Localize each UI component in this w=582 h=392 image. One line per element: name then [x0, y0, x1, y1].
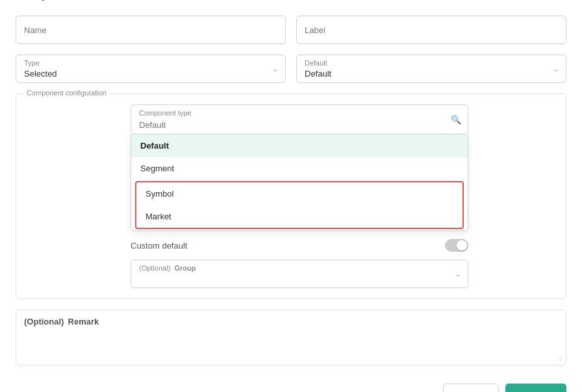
type-value: Selected — [24, 69, 57, 79]
remark-bold: Remark — [68, 317, 99, 326]
default-label: Default — [305, 59, 327, 67]
footer-buttons: Cancel Confirm — [16, 384, 566, 392]
type-label: Type — [24, 59, 40, 67]
group-optional-text: (Optional) — [139, 264, 170, 272]
component-config-section: Component configuration Component type 🔍… — [16, 93, 566, 299]
dropdown-item-market[interactable]: Market — [136, 205, 462, 228]
name-field-group — [16, 16, 286, 44]
remark-section: (Optional) Remark ↕ — [16, 310, 566, 365]
dropdown-item-segment[interactable]: Segment — [131, 157, 468, 180]
component-config-inner: Component type 🔍 Default Segment Symbol … — [27, 104, 555, 288]
component-type-input-wrap: Component type 🔍 — [131, 104, 468, 134]
label-field-group — [296, 16, 566, 44]
modal-title: New parameters — [16, 0, 101, 2]
type-chevron-icon: ⌄ — [272, 64, 279, 73]
remark-textarea[interactable] — [24, 329, 558, 360]
default-select-wrapper: Default Default ⌄ — [296, 55, 566, 83]
modal-overlay: New parameters × Type Selected ⌄ — [0, 0, 582, 392]
toggle-knob — [457, 240, 467, 251]
name-input[interactable] — [16, 16, 286, 44]
group-bold-text: Group — [174, 264, 196, 272]
dropdown-list: Default Segment Symbol Market — [131, 134, 468, 231]
component-type-dropdown[interactable]: Component type 🔍 Default Segment Symbol … — [131, 104, 468, 231]
cancel-button[interactable]: Cancel — [443, 384, 499, 392]
dropdown-highlighted-group: Symbol Market — [135, 181, 464, 229]
remark-optional: (Optional) — [24, 317, 64, 326]
type-default-row: Type Selected ⌄ Default Default ⌄ — [16, 55, 566, 83]
search-icon: 🔍 — [451, 115, 461, 125]
close-button[interactable]: × — [551, 0, 566, 3]
type-select-wrapper: Type Selected ⌄ — [16, 55, 286, 83]
dropdown-item-default[interactable]: Default — [131, 134, 468, 157]
default-select[interactable]: Default Default ⌄ — [296, 55, 566, 83]
section-title: Component configuration — [24, 89, 109, 97]
default-value: Default — [305, 69, 331, 79]
default-chevron-icon: ⌄ — [553, 64, 559, 73]
modal-dialog: New parameters × Type Selected ⌄ — [0, 0, 582, 392]
resize-handle-icon: ↕ — [559, 354, 563, 362]
group-select-wrap: (Optional) Group ⌄ — [131, 260, 468, 288]
group-select[interactable]: (Optional) Group ⌄ — [131, 260, 468, 288]
group-select-label: (Optional) Group — [139, 264, 196, 272]
custom-default-label: Custom default — [131, 241, 187, 251]
remark-label: (Optional) Remark — [24, 317, 558, 326]
modal-header: New parameters × — [16, 0, 566, 3]
dropdown-item-symbol[interactable]: Symbol — [136, 182, 462, 205]
custom-default-toggle[interactable] — [445, 239, 468, 252]
component-type-input[interactable] — [131, 105, 468, 134]
group-chevron-icon: ⌄ — [455, 269, 461, 278]
label-input[interactable] — [296, 16, 566, 44]
name-label-row — [16, 16, 566, 44]
custom-default-row: Custom default — [131, 239, 468, 252]
type-select[interactable]: Type Selected ⌄ — [16, 55, 286, 83]
confirm-button[interactable]: Confirm — [505, 384, 566, 392]
